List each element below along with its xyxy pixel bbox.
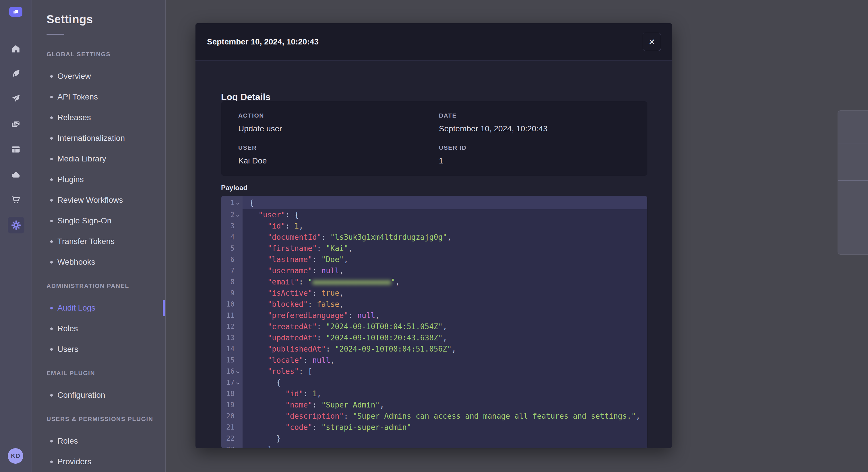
code-text: } bbox=[243, 433, 647, 444]
sidebar-item-plugins[interactable]: Plugins bbox=[32, 171, 165, 188]
code-line-14: 14 "publishedAt": "2024-09-10T08:04:51.0… bbox=[221, 343, 647, 355]
code-text: "documentId": "ls3uk3g1xm4ltdrdugzajg0g"… bbox=[243, 232, 647, 243]
rail-item-media-library[interactable] bbox=[11, 119, 21, 130]
bullet-icon bbox=[50, 307, 53, 309]
bullet-icon bbox=[50, 158, 53, 160]
payload-code-editor[interactable]: 1{2 "user": {3 "id": 1,4 "documentId": "… bbox=[221, 196, 647, 448]
code-text: { bbox=[243, 377, 647, 388]
gear-icon bbox=[11, 220, 21, 230]
rail-item-cloud[interactable] bbox=[11, 170, 21, 180]
feather-icon bbox=[11, 69, 21, 78]
sidebar-item-overview[interactable]: Overview bbox=[32, 68, 165, 84]
field-date-label: DATE bbox=[439, 112, 457, 119]
sidebar-item-webhooks[interactable]: Webhooks bbox=[32, 254, 165, 270]
sidebar-item-review-workflows[interactable]: Review Workflows bbox=[32, 192, 165, 208]
line-number-gutter[interactable]: 2 bbox=[221, 209, 243, 221]
line-number-gutter[interactable]: 17 bbox=[221, 377, 243, 388]
home-icon bbox=[11, 44, 21, 54]
sidebar-item-configuration[interactable]: Configuration bbox=[32, 387, 165, 403]
code-line-1: 1{ bbox=[221, 196, 647, 209]
sidebar-item-api-tokens[interactable]: API Tokens bbox=[32, 89, 165, 105]
settings-sidebar: Settings GLOBAL SETTINGSOverviewAPI Toke… bbox=[32, 0, 166, 472]
bullet-icon bbox=[50, 178, 53, 181]
user-avatar[interactable]: KD bbox=[8, 448, 23, 464]
main-nav-rail: KD bbox=[0, 0, 32, 472]
sidebar-item-label: Plugins bbox=[57, 175, 84, 184]
code-line-17: 17 { bbox=[221, 377, 647, 388]
code-line-15: 15 "locale": null, bbox=[221, 355, 647, 366]
active-item-indicator bbox=[163, 300, 165, 316]
bullet-icon bbox=[50, 461, 53, 463]
title-divider bbox=[46, 34, 64, 35]
close-button[interactable]: ✕ bbox=[643, 33, 661, 51]
paper-plane-icon bbox=[11, 94, 21, 103]
code-line-8: 8 "email": "●●●●●●●●●●●●●●●●●●●●", bbox=[221, 276, 647, 288]
sidebar-item-label: API Tokens bbox=[57, 92, 98, 102]
code-text: "id": 1, bbox=[243, 388, 647, 400]
field-action-label: ACTION bbox=[238, 112, 264, 119]
sidebar-item-releases[interactable]: Releases bbox=[32, 109, 165, 126]
payload-label: Payload bbox=[221, 184, 247, 192]
strapi-logo[interactable] bbox=[9, 7, 22, 16]
cloud-icon bbox=[11, 170, 21, 180]
sidebar-item-audit-logs[interactable]: Audit Logs bbox=[32, 300, 165, 316]
bullet-icon bbox=[50, 394, 53, 397]
sidebar-item-internationalization[interactable]: Internationalization bbox=[32, 130, 165, 146]
sidebar-item-label: Users bbox=[57, 345, 79, 354]
rail-item-paper-plane[interactable] bbox=[11, 93, 21, 103]
bullet-icon bbox=[50, 261, 53, 264]
sidebar-item-roles[interactable]: Roles bbox=[32, 321, 165, 337]
code-text: "name": "Super Admin", bbox=[243, 400, 647, 411]
code-line-16: 16 "roles": [ bbox=[221, 366, 647, 377]
sidebar-item-media-library[interactable]: Media Library bbox=[32, 151, 165, 167]
line-number-gutter: 11 bbox=[221, 310, 243, 321]
media-library-icon bbox=[11, 120, 21, 129]
rail-item-settings-active[interactable] bbox=[8, 217, 24, 233]
bullet-icon bbox=[50, 137, 53, 140]
nav-section-header: USERS & PERMISSIONS PLUGIN bbox=[46, 415, 153, 423]
code-line-11: 11 "preferedLanguage": null, bbox=[221, 310, 647, 321]
sidebar-item-label: Media Library bbox=[57, 154, 106, 164]
sidebar-item-label: Roles bbox=[57, 324, 78, 333]
bullet-icon bbox=[50, 199, 53, 202]
code-text: "publishedAt": "2024-09-10T08:04:51.056Z… bbox=[243, 343, 647, 355]
layout-icon bbox=[11, 144, 21, 154]
sidebar-item-single-sign-on[interactable]: Single Sign-On bbox=[32, 213, 165, 229]
rail-item-layout[interactable] bbox=[11, 144, 21, 155]
rail-item-home[interactable] bbox=[11, 43, 21, 54]
line-number-gutter: 14 bbox=[221, 343, 243, 355]
code-line-18: 18 "id": 1, bbox=[221, 388, 647, 400]
line-number-gutter: 22 bbox=[221, 433, 243, 444]
code-line-23: 23 ] bbox=[221, 444, 647, 448]
log-details-modal: September 10, 2024, 10:20:43 ✕ Log Detai… bbox=[195, 23, 672, 448]
sidebar-item-providers[interactable]: Providers bbox=[32, 453, 165, 470]
sidebar-item-transfer-tokens[interactable]: Transfer Tokens bbox=[32, 233, 165, 249]
code-text: { bbox=[243, 196, 647, 209]
close-icon: ✕ bbox=[648, 37, 655, 47]
line-number-gutter: 18 bbox=[221, 388, 243, 400]
page-title: Settings bbox=[46, 13, 93, 26]
line-number-gutter: 20 bbox=[221, 411, 243, 422]
sidebar-item-label: Releases bbox=[57, 113, 91, 122]
field-user-value: Kai Doe bbox=[238, 156, 267, 165]
redacted-email-value: ●●●●●●●●●●●●●●●●●●●● bbox=[312, 278, 391, 286]
line-number-gutter[interactable]: 1 bbox=[221, 196, 243, 209]
bullet-icon bbox=[50, 75, 53, 78]
rail-item-cart[interactable] bbox=[11, 195, 21, 205]
sidebar-item-users[interactable]: Users bbox=[32, 341, 165, 357]
bullet-icon bbox=[50, 440, 53, 442]
code-text: "code": "strapi-super-admin" bbox=[243, 422, 647, 433]
code-text: "username": null, bbox=[243, 265, 647, 276]
line-number-gutter[interactable]: 16 bbox=[221, 366, 243, 377]
bullet-icon bbox=[50, 220, 53, 222]
code-text: "preferedLanguage": null, bbox=[243, 310, 647, 321]
bullet-icon bbox=[50, 96, 53, 98]
sidebar-item-label: Roles bbox=[57, 436, 78, 446]
sidebar-item-label: Single Sign-On bbox=[57, 216, 112, 225]
nav-section-header: EMAIL PLUGIN bbox=[46, 370, 95, 376]
code-line-22: 22 } bbox=[221, 433, 647, 444]
code-line-20: 20 "description": "Super Admins can acce… bbox=[221, 411, 647, 422]
rail-item-feather[interactable] bbox=[11, 69, 21, 79]
sidebar-item-roles[interactable]: Roles bbox=[32, 433, 165, 449]
sidebar-item-label: Webhooks bbox=[57, 258, 95, 267]
